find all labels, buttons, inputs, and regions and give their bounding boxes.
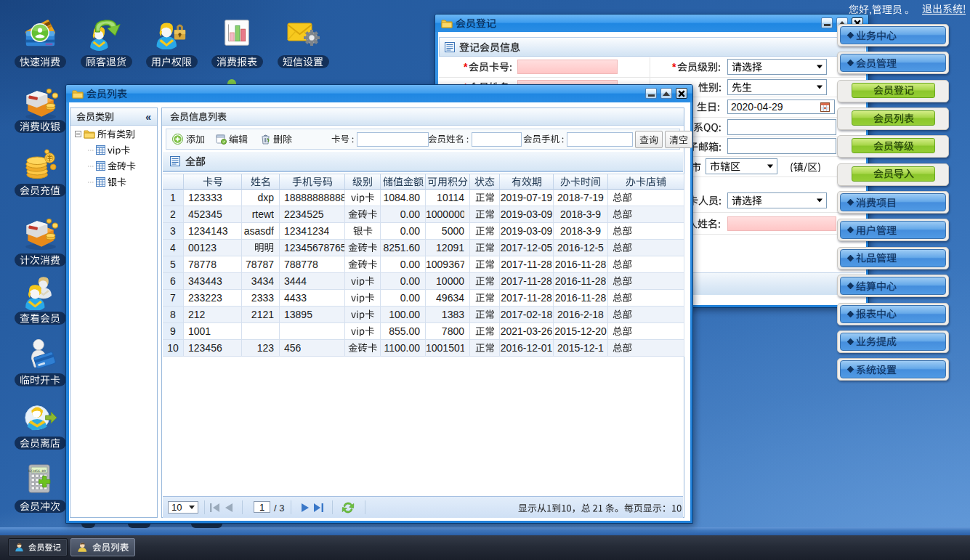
svg-text:123456.89: 123456.89 <box>28 469 47 473</box>
